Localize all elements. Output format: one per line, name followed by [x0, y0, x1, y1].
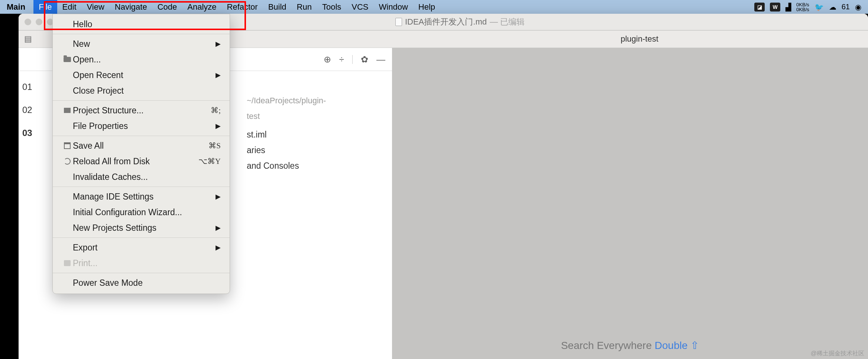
- status-wechat-icon[interactable]: ☁: [829, 3, 836, 12]
- tree-row[interactable]: st.iml: [247, 127, 299, 142]
- menu-view[interactable]: View: [82, 0, 110, 14]
- file-menu-file-properties[interactable]: File Properties▶: [53, 118, 230, 134]
- submenu-arrow-icon: ▶: [216, 224, 221, 232]
- status-cat-icon[interactable]: ▟: [786, 3, 791, 12]
- file-menu-hello[interactable]: Hello: [53, 16, 230, 32]
- project-path: ~/IdeaProjects/plugin-test: [247, 93, 326, 124]
- toolbar-settings-icon[interactable]: ✿: [361, 54, 368, 65]
- file-menu-open-recent[interactable]: Open Recent▶: [53, 67, 230, 83]
- status-bird-icon[interactable]: 🐦: [814, 3, 824, 12]
- menu-build[interactable]: Build: [263, 0, 292, 14]
- submenu-arrow-icon: ▶: [216, 243, 221, 252]
- titlebar-filename: IDEA插件开发入门.md: [405, 16, 487, 28]
- file-menu-initial-config-wizard[interactable]: Initial Configuration Wizard...: [53, 204, 230, 220]
- file-menu-reload-from-disk[interactable]: Reload All from Disk⌥⌘Y: [53, 153, 230, 169]
- file-menu-power-save-mode[interactable]: Power Save Mode: [53, 275, 230, 291]
- menu-refactor[interactable]: Refactor: [222, 0, 263, 14]
- titlebar-edited-label: — 已编辑: [490, 16, 525, 28]
- gutter-line-current: 03: [22, 122, 32, 145]
- submenu-arrow-icon: ▶: [216, 193, 221, 201]
- menu-code[interactable]: Code: [152, 0, 182, 14]
- folder-open-icon: [62, 57, 73, 62]
- file-menu-new-projects-settings[interactable]: New Projects Settings▶: [53, 220, 230, 236]
- file-menu-dropdown: Hello New▶ Open... Open Recent▶ Close Pr…: [52, 14, 230, 294]
- menubar-app-name: Main: [7, 2, 25, 12]
- status-battery-text: 61: [842, 3, 850, 11]
- editor-gutter: 01 02 03: [22, 75, 32, 145]
- mac-menubar: Main File Edit View Navigate Code Analyz…: [0, 0, 868, 14]
- print-icon: [62, 260, 73, 266]
- gutter-line: 01: [22, 75, 32, 98]
- menu-tools[interactable]: Tools: [317, 0, 346, 14]
- status-network-speed: 0KB/s 0KB/s: [796, 2, 809, 12]
- menu-help[interactable]: Help: [413, 0, 440, 14]
- project-structure-icon: [62, 108, 73, 113]
- menu-file[interactable]: File: [33, 0, 57, 14]
- gutter-line: 02: [22, 98, 32, 122]
- menu-navigate[interactable]: Navigate: [110, 0, 152, 14]
- menu-analyze[interactable]: Analyze: [182, 0, 221, 14]
- submenu-arrow-icon: ▶: [216, 71, 221, 79]
- menu-run[interactable]: Run: [292, 0, 317, 14]
- toolbar-hide-icon[interactable]: —: [376, 54, 385, 65]
- file-menu-close-project[interactable]: Close Project: [53, 83, 230, 98]
- file-menu-save-all[interactable]: Save All⌘S: [53, 138, 230, 153]
- file-menu-print: Print...: [53, 255, 230, 271]
- file-menu-manage-ide-settings[interactable]: Manage IDE Settings▶: [53, 189, 230, 204]
- menu-vcs[interactable]: VCS: [346, 0, 373, 14]
- status-wps-icon[interactable]: W: [770, 3, 780, 12]
- file-menu-open[interactable]: Open...: [53, 52, 230, 67]
- submenu-arrow-icon: ▶: [216, 40, 221, 48]
- status-app-icon[interactable]: ◪: [754, 3, 765, 12]
- titlebar-doc-icon: [395, 18, 402, 26]
- reload-icon: [62, 158, 73, 165]
- menu-edit[interactable]: Edit: [57, 0, 82, 14]
- file-menu-invalidate-caches[interactable]: Invalidate Caches...: [53, 169, 230, 185]
- traffic-light-close[interactable]: [25, 19, 31, 25]
- toolbar-locate-icon[interactable]: ⊕: [324, 54, 331, 65]
- project-tree-fragment: ~/IdeaProjects/plugin-test st.iml aries …: [247, 98, 299, 174]
- save-icon: [62, 142, 73, 149]
- traffic-light-minimize[interactable]: [36, 19, 42, 25]
- watermark-text: @稀土掘金技术社区: [811, 350, 864, 358]
- status-user-icon[interactable]: ◉: [855, 3, 861, 12]
- navbar-project-name[interactable]: plugin-test: [411, 34, 868, 44]
- toolbar-collapse-icon[interactable]: ÷: [339, 54, 344, 65]
- navbar-structure-icon[interactable]: ▤: [19, 34, 37, 44]
- menu-window[interactable]: Window: [374, 0, 413, 14]
- tree-row[interactable]: and Consoles: [247, 158, 299, 174]
- submenu-arrow-icon: ▶: [216, 122, 221, 130]
- search-everywhere-hint: Search Everywhere Double ⇧: [561, 339, 699, 352]
- file-menu-export[interactable]: Export▶: [53, 240, 230, 255]
- tree-row[interactable]: aries: [247, 142, 299, 158]
- file-menu-new[interactable]: New▶: [53, 36, 230, 52]
- menubar-status-area: ◪ W ▟ 0KB/s 0KB/s 🐦 ☁ 61 ◉: [754, 2, 861, 12]
- editor-empty-area: Search Everywhere Double ⇧: [392, 48, 868, 359]
- file-menu-project-structure[interactable]: Project Structure...⌘;: [53, 103, 230, 118]
